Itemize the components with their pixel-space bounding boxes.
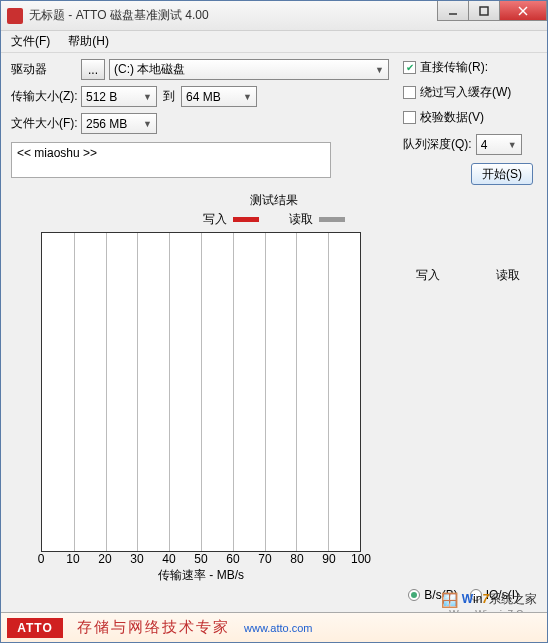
start-button[interactable]: 开始(S) (471, 163, 533, 185)
x-axis-label: 传输速率 - MB/s (41, 567, 361, 584)
windows-logo-icon: 🪟 (441, 592, 458, 608)
queue-depth-select[interactable]: 4▼ (476, 134, 522, 155)
minimize-button[interactable] (437, 1, 469, 21)
read-swatch-icon (319, 217, 345, 222)
menu-bar: 文件(F) 帮助(H) (1, 31, 547, 53)
maximize-button[interactable] (468, 1, 500, 21)
menu-file[interactable]: 文件(F) (7, 31, 54, 52)
unit-bs-radio[interactable] (408, 589, 420, 601)
transfer-size-from-select[interactable]: 512 B▼ (81, 86, 157, 107)
bypass-cache-label: 绕过写入缓存(W) (420, 84, 511, 101)
transfer-size-to-select[interactable]: 64 MB▼ (181, 86, 257, 107)
results-chart (41, 232, 361, 552)
title-bar: 无标题 - ATTO 磁盘基准测试 4.00 (1, 1, 547, 31)
to-label: 到 (163, 88, 175, 105)
chevron-down-icon: ▼ (143, 92, 152, 102)
footer-tagline: 存储与网络技术专家 (77, 618, 230, 637)
watermark: 🪟 Win7系统之家 (441, 591, 537, 608)
drive-label: 驱动器 (11, 61, 81, 78)
chevron-down-icon: ▼ (243, 92, 252, 102)
bypass-cache-checkbox[interactable] (403, 86, 416, 99)
description-textarea[interactable]: << miaoshu >> (11, 142, 331, 178)
write-swatch-icon (233, 217, 259, 222)
app-icon (7, 8, 23, 24)
column-header-read: 读取 (496, 267, 520, 284)
verify-data-checkbox[interactable] (403, 111, 416, 124)
direct-io-checkbox[interactable]: ✔ (403, 61, 416, 74)
footer: ATTO 存储与网络技术专家 www.atto.com (1, 612, 547, 642)
queue-depth-label: 队列深度(Q): (403, 136, 472, 153)
chevron-down-icon: ▼ (508, 140, 517, 150)
close-button[interactable] (499, 1, 547, 21)
legend-read: 读取 (289, 211, 345, 228)
browse-drive-button[interactable]: ... (81, 59, 105, 80)
column-header-write: 写入 (416, 267, 440, 284)
x-axis-ticks: 0102030405060708090100 (41, 552, 361, 566)
results-title: 测试结果 (11, 192, 537, 209)
legend-write: 写入 (203, 211, 259, 228)
direct-io-label: 直接传输(R): (420, 59, 488, 76)
chevron-down-icon: ▼ (143, 119, 152, 129)
svg-rect-1 (480, 7, 488, 15)
file-size-label: 文件大小(F): (11, 115, 81, 132)
footer-url: www.atto.com (244, 622, 312, 634)
transfer-size-label: 传输大小(Z): (11, 88, 81, 105)
drive-select[interactable]: (C:) 本地磁盘▼ (109, 59, 389, 80)
chevron-down-icon: ▼ (375, 65, 384, 75)
window-title: 无标题 - ATTO 磁盘基准测试 4.00 (29, 7, 438, 24)
verify-data-label: 校验数据(V) (420, 109, 484, 126)
file-size-select[interactable]: 256 MB▼ (81, 113, 157, 134)
atto-logo: ATTO (7, 618, 63, 638)
menu-help[interactable]: 帮助(H) (64, 31, 113, 52)
